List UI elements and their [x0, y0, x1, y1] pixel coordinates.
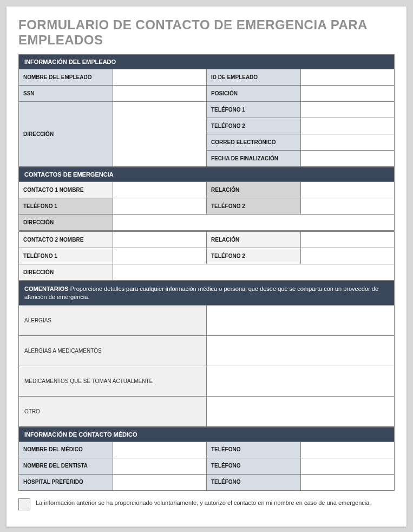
contact1-address-field[interactable] — [113, 215, 395, 231]
contact1-name-field[interactable] — [113, 182, 207, 198]
contact2-phone1-field[interactable] — [113, 248, 207, 264]
contact2-phone2-field[interactable] — [300, 248, 395, 264]
address-field[interactable] — [113, 102, 207, 167]
contact1-phone2-field[interactable] — [300, 198, 395, 215]
doctor-field[interactable] — [113, 442, 207, 458]
comments-header-text: Proporcione detalles para cualquier info… — [24, 286, 378, 300]
doctor-label: NOMBRE DEL MÉDICO — [19, 442, 113, 458]
contact2-relation-field[interactable] — [300, 232, 395, 248]
employee-id-field[interactable] — [300, 69, 395, 86]
dentist-phone-label: TELÉFONO — [207, 458, 301, 474]
hospital-field[interactable] — [113, 474, 207, 490]
employee-name-label: NOMBRE DEL EMPLEADO — [19, 69, 113, 86]
dentist-phone-field[interactable] — [300, 458, 395, 474]
hospital-phone-field[interactable] — [300, 474, 395, 490]
page-title: FORMULARIO DE CONTACTO DE EMERGENCIA PAR… — [18, 17, 395, 48]
employee-header: INFORMACIÓN DEL EMPLEADO — [19, 55, 395, 69]
dentist-field[interactable] — [113, 458, 207, 474]
other-label: OTRO — [19, 396, 207, 426]
doctor-phone-field[interactable] — [300, 442, 395, 458]
allergies-label: ALERGIAS — [19, 305, 207, 335]
phone1-field[interactable] — [300, 102, 395, 118]
enddate-field[interactable] — [300, 151, 395, 167]
contact2-name-label: CONTACTO 2 NOMBRE — [19, 232, 113, 248]
phone1-label: TELÉFONO 1 — [207, 102, 301, 118]
comments-header-bold: COMENTARIOS — [24, 286, 69, 292]
contact1-phone2-label: TELÉFONO 2 — [207, 198, 301, 215]
contact2-phone1-label: TELÉFONO 1 — [19, 248, 113, 264]
emergency-header: CONTACTOS DE EMERGENCIA — [19, 167, 395, 182]
emergency-section: CONTACTOS DE EMERGENCIA CONTACTO 1 NOMBR… — [18, 167, 395, 281]
medical-header: INFORMACIÓN DE CONTACTO MÉDICO — [19, 427, 395, 442]
contact2-address-label: DIRECCIÓN — [19, 264, 113, 281]
employee-section: INFORMACIÓN DEL EMPLEADO NOMBRE DEL EMPL… — [18, 54, 395, 167]
address-label: DIRECCIÓN — [19, 102, 113, 167]
contact1-address-label: DIRECCIÓN — [19, 215, 113, 231]
form-page: FORMULARIO DE CONTACTO DE EMERGENCIA PAR… — [6, 7, 407, 527]
contact1-relation-field[interactable] — [300, 182, 395, 198]
phone2-field[interactable] — [300, 118, 395, 134]
ssn-label: SSN — [19, 86, 113, 102]
hospital-phone-label: TELÉFONO — [207, 474, 301, 490]
authorization-text: La información anterior se ha proporcion… — [36, 498, 371, 507]
other-field[interactable] — [207, 396, 395, 426]
contact1-relation-label: RELACIÓN — [207, 182, 301, 198]
authorization-checkbox[interactable] — [18, 498, 30, 510]
authorization-row: La información anterior se ha proporcion… — [18, 498, 395, 510]
contact2-name-field[interactable] — [113, 232, 207, 248]
current-meds-label: MEDICAMENTOS QUE SE TOMAN ACTUALMENTE — [19, 366, 207, 396]
contact1-phone1-field[interactable] — [113, 198, 207, 215]
doctor-phone-label: TELÉFONO — [207, 442, 301, 458]
email-field[interactable] — [300, 134, 395, 151]
position-field[interactable] — [300, 86, 395, 102]
current-meds-field[interactable] — [207, 366, 395, 396]
contact2-relation-label: RELACIÓN — [207, 232, 301, 248]
contact2-phone2-label: TELÉFONO 2 — [207, 248, 301, 264]
ssn-field[interactable] — [113, 86, 207, 102]
allergies-field[interactable] — [207, 305, 395, 335]
contact1-name-label: CONTACTO 1 NOMBRE — [19, 182, 113, 198]
email-label: CORREO ELECTRÓNICO — [207, 134, 301, 151]
comments-section: COMENTARIOS Proporcione detalles para cu… — [18, 281, 395, 427]
medical-section: INFORMACIÓN DE CONTACTO MÉDICO NOMBRE DE… — [18, 427, 395, 491]
employee-name-field[interactable] — [113, 69, 207, 86]
med-allergies-label: ALERGIAS A MEDICAMENTOS — [19, 335, 207, 366]
contact1-phone1-label: TELÉFONO 1 — [19, 198, 113, 215]
enddate-label: FECHA DE FINALIZACIÓN — [207, 151, 301, 167]
contact2-address-field[interactable] — [113, 264, 395, 281]
employee-id-label: ID DE EMPLEADO — [207, 69, 301, 86]
dentist-label: NOMBRE DEL DENTISTA — [19, 458, 113, 474]
phone2-label: TELÉFONO 2 — [207, 118, 301, 134]
hospital-label: HOSPITAL PREFERIDO — [19, 474, 113, 490]
comments-header: COMENTARIOS Proporcione detalles para cu… — [19, 281, 395, 306]
position-label: POSICIÓN — [207, 86, 301, 102]
med-allergies-field[interactable] — [207, 335, 395, 366]
